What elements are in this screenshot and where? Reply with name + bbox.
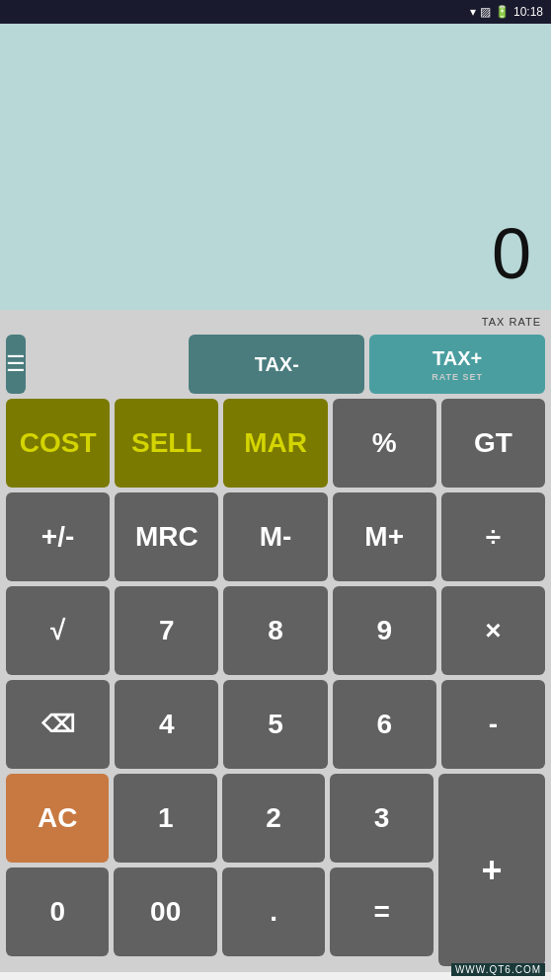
three-button[interactable]: 3: [330, 774, 433, 863]
backspace-button[interactable]: ⌫: [6, 680, 110, 769]
sell-button[interactable]: SELL: [115, 399, 218, 488]
control-right: TAX- TAX+ RATE SET: [189, 335, 545, 394]
eight-button[interactable]: 8: [223, 586, 327, 675]
mar-button[interactable]: MAR: [223, 399, 327, 488]
tax-row: TAX- TAX+ RATE SET: [189, 335, 545, 394]
dot-label: .: [270, 896, 277, 928]
row-456: ⌫ 4 5 6 -: [6, 680, 545, 769]
tax-plus-label: TAX+: [433, 347, 482, 370]
gt-label: GT: [474, 427, 512, 459]
four-button[interactable]: 4: [115, 680, 218, 769]
equals-button[interactable]: =: [330, 867, 433, 956]
seven-label: 7: [159, 615, 175, 646]
battery-icon: 🔋: [495, 5, 510, 19]
row-cost: COST SELL MAR % GT: [6, 399, 545, 488]
multiply-label: ×: [485, 615, 501, 646]
watermark: WWW.QT6.COM: [451, 963, 545, 976]
display-area: 0: [0, 24, 551, 310]
nine-button[interactable]: 9: [333, 586, 436, 675]
divide-button[interactable]: ÷: [441, 492, 545, 581]
last-right: +: [438, 774, 545, 966]
sqrt-label: √: [50, 615, 65, 646]
mar-label: MAR: [244, 427, 307, 459]
tax-plus-button[interactable]: TAX+ RATE SET: [369, 335, 545, 394]
two-label: 2: [266, 802, 281, 834]
subtract-button[interactable]: -: [441, 680, 545, 769]
time-display: 10:18: [513, 5, 543, 19]
nine-label: 9: [376, 615, 392, 646]
backspace-icon: ⌫: [41, 711, 75, 738]
row-789: √ 7 8 9 ×: [6, 586, 545, 675]
m-plus-label: M+: [364, 521, 404, 553]
row-0: 0 00 . =: [6, 867, 433, 956]
calculator-body: TAX RATE ☰ TAX- TAX+ RATE SET COST: [0, 310, 551, 972]
dot-button[interactable]: .: [222, 867, 325, 956]
last-rows: AC 1 2 3 0 00: [6, 774, 545, 966]
last-left: AC 1 2 3 0 00: [6, 774, 433, 966]
one-label: 1: [158, 802, 174, 834]
tax-minus-button[interactable]: TAX-: [189, 335, 364, 394]
plus-minus-button[interactable]: +/-: [6, 492, 110, 581]
m-plus-button[interactable]: M+: [333, 492, 436, 581]
percent-label: %: [372, 427, 397, 459]
cost-label: COST: [20, 427, 97, 459]
three-label: 3: [374, 802, 390, 834]
eight-label: 8: [268, 615, 283, 646]
menu-button[interactable]: ☰: [6, 335, 26, 394]
five-button[interactable]: 5: [223, 680, 327, 769]
m-minus-label: M-: [260, 521, 292, 553]
control-row: ☰ TAX- TAX+ RATE SET: [6, 335, 545, 394]
zero-button[interactable]: 0: [6, 867, 109, 956]
tax-rate-label: TAX RATE: [6, 316, 545, 328]
plus-button[interactable]: +: [438, 774, 545, 966]
tax-minus-label: TAX-: [255, 353, 299, 376]
plus-label: +: [481, 850, 502, 891]
menu-icon: ☰: [6, 351, 26, 377]
seven-button[interactable]: 7: [115, 586, 218, 675]
rate-set-label: RATE SET: [432, 372, 483, 382]
sqrt-button[interactable]: √: [6, 586, 110, 675]
mrc-button[interactable]: MRC: [115, 492, 218, 581]
gt-button[interactable]: GT: [441, 399, 545, 488]
double-zero-label: 00: [150, 896, 181, 928]
row-memory: +/- MRC M- M+ ÷: [6, 492, 545, 581]
ac-button[interactable]: AC: [6, 774, 109, 863]
ac-label: AC: [38, 802, 77, 834]
signal-icon: ▨: [480, 5, 491, 19]
subtract-label: -: [489, 709, 498, 740]
mrc-label: MRC: [135, 521, 198, 553]
equals-label: =: [373, 896, 389, 928]
four-label: 4: [159, 709, 175, 740]
five-label: 5: [268, 709, 283, 740]
six-button[interactable]: 6: [333, 680, 436, 769]
two-button[interactable]: 2: [222, 774, 325, 863]
multiply-button[interactable]: ×: [441, 586, 545, 675]
divide-label: ÷: [486, 521, 501, 553]
plus-minus-label: +/-: [41, 521, 74, 553]
wifi-icon: ▾: [470, 5, 476, 19]
double-zero-button[interactable]: 00: [114, 867, 216, 956]
six-label: 6: [376, 709, 392, 740]
percent-button[interactable]: %: [333, 399, 436, 488]
control-left: ☰: [6, 335, 184, 394]
sell-label: SELL: [131, 427, 202, 459]
cost-button[interactable]: COST: [6, 399, 110, 488]
m-minus-button[interactable]: M-: [223, 492, 327, 581]
zero-label: 0: [49, 896, 65, 928]
display-value: 0: [492, 213, 531, 294]
one-button[interactable]: 1: [114, 774, 216, 863]
status-bar: ▾ ▨ 🔋 10:18: [0, 0, 551, 24]
row-123: AC 1 2 3: [6, 774, 433, 863]
